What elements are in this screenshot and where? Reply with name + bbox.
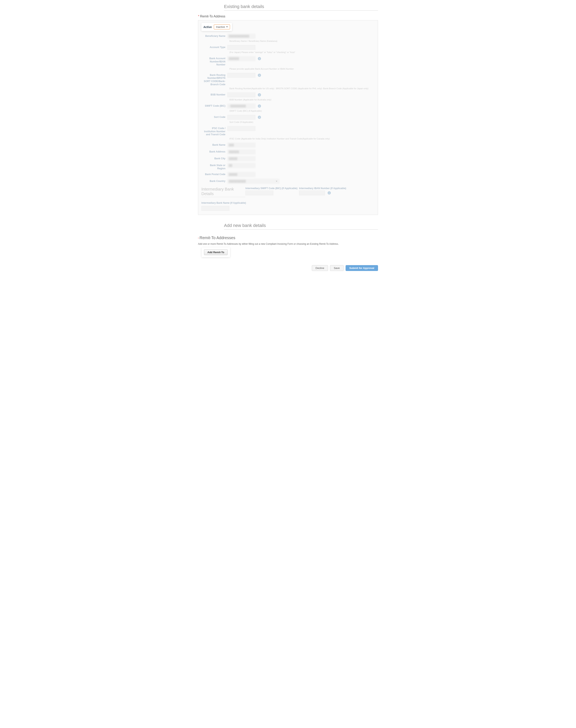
decline-button[interactable]: Decline <box>312 265 328 271</box>
bank-city-label: Bank City <box>201 156 227 160</box>
info-icon[interactable]: i <box>258 116 261 119</box>
swift-label: SWIFT Code (BIC) <box>201 104 227 108</box>
remit-to-description: Add one or more Remit-To Addresses by ei… <box>198 243 378 245</box>
bank-city-input[interactable] <box>227 156 255 161</box>
info-icon[interactable]: i <box>258 74 261 77</box>
intermediary-swift-label: Intermediary SWIFT Code (BIC) (If Applic… <box>246 187 297 190</box>
info-icon[interactable]: i <box>258 93 261 96</box>
bank-name-label: Bank Name <box>201 143 227 147</box>
chevron-down-icon <box>226 26 228 27</box>
tab-inactive-dropdown[interactable]: Inactive <box>214 24 230 29</box>
bank-address-input[interactable] <box>227 149 255 154</box>
add-remit-highlight: Add Remit-To <box>202 247 230 257</box>
bank-postal-input[interactable] <box>227 172 255 177</box>
remit-to-address-text: Remit-To Address <box>200 15 225 18</box>
account-type-input[interactable] <box>227 45 255 50</box>
submit-for-approval-button[interactable]: Submit for Approval <box>346 265 378 271</box>
bank-country-label: Bank Country <box>201 179 227 183</box>
bank-account-number-helper: Please provide applicable Bank Account N… <box>229 67 375 70</box>
routing-label: Bank Routing Number/BRSTN SORT CODE/Bank… <box>201 73 227 86</box>
bank-details-panel: Active Inactive Beneficiary Name Benefic… <box>198 20 378 215</box>
bank-country-select[interactable] <box>227 179 279 184</box>
sort-code-label: Sort Code <box>201 115 227 119</box>
bank-address-label: Bank Address <box>201 149 227 153</box>
remit-to-address-label: *Remit-To Address <box>198 15 378 18</box>
bank-state-label: Bank State or Region <box>201 163 227 170</box>
add-new-bank-header: Add new bank details <box>224 223 378 229</box>
intermediary-header: Intermediary Bank Details <box>201 187 246 197</box>
required-asterisk: * <box>198 15 199 18</box>
remit-to-addresses-text: Remit-To Addresses <box>200 235 235 240</box>
bank-name-input[interactable] <box>227 143 255 147</box>
bsb-helper: BSB Number (Applicable for Australia onl… <box>229 99 375 101</box>
bank-state-input[interactable] <box>227 163 255 168</box>
existing-bank-header: Existing bank details <box>224 4 378 10</box>
bank-account-number-label: Bank Account Number/IBAN Number <box>201 56 227 66</box>
footer-buttons: Decline Save Submit for Approval <box>198 265 378 271</box>
tab-inactive-label: Inactive <box>216 25 225 28</box>
bank-account-number-input[interactable] <box>227 56 255 61</box>
info-icon[interactable]: i <box>327 191 331 195</box>
intermediary-iban-input[interactable] <box>299 191 325 195</box>
info-icon[interactable]: i <box>258 105 261 108</box>
sort-code-input[interactable] <box>227 115 255 120</box>
beneficiary-name-helper: Beneficiary Name / Beneficiary Name (Kat… <box>229 40 375 42</box>
bank-postal-label: Bank Postal Code <box>201 172 227 176</box>
beneficiary-name-label: Beneficiary Name <box>201 34 227 38</box>
ifsc-label: IFSC Code / Institution Number and Trans… <box>201 126 227 136</box>
swift-helper: SWIFT Code (BIC) (If Applicable) <box>229 110 375 112</box>
info-icon[interactable]: i <box>258 57 261 60</box>
account-type-label: Account Type <box>201 45 227 49</box>
bullet-icon: • <box>198 237 199 239</box>
tab-active[interactable]: Active <box>203 25 212 29</box>
status-tabs-highlight: Active Inactive <box>201 23 232 31</box>
routing-input[interactable] <box>227 73 255 78</box>
ifsc-input[interactable] <box>227 126 255 131</box>
intermediary-iban-label: Intermediary IBAN Number (If Applicable) <box>299 187 346 190</box>
routing-helper: Bank Routing Number(Applicable for US on… <box>229 87 375 90</box>
save-button[interactable]: Save <box>330 265 344 271</box>
intermediary-name-input[interactable] <box>201 206 229 211</box>
sort-code-helper: Sort Code (If Applicable) <box>229 121 375 123</box>
swift-input[interactable] <box>227 104 255 109</box>
beneficiary-name-input[interactable] <box>227 34 255 38</box>
bsb-label: BSB Number <box>201 92 227 96</box>
intermediary-swift-input[interactable] <box>246 191 273 195</box>
remit-to-addresses-header: •Remit-To Addresses <box>198 235 378 240</box>
account-type-helper: (For Japan) Please enter "savings" or "f… <box>229 51 375 53</box>
intermediary-name-label: Intermediary Bank Name (If Applicable) <box>201 201 375 204</box>
bsb-input[interactable] <box>227 92 255 97</box>
ifsc-helper: IFSC Code (Applicable for India Only) In… <box>229 138 375 140</box>
add-remit-to-button[interactable]: Add Remit-To <box>204 249 228 255</box>
